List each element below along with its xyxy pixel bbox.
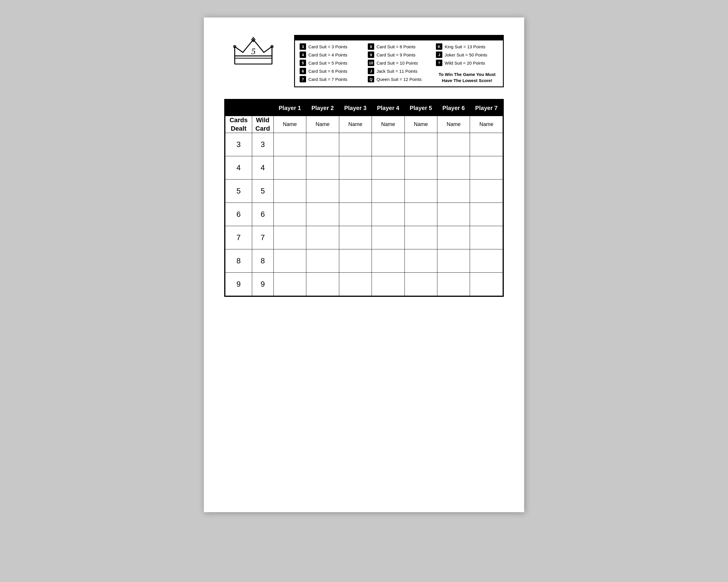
score-p2 — [306, 273, 339, 296]
score-p1 — [274, 156, 306, 179]
score-p5 — [405, 273, 437, 296]
cards-dealt-value: 3 — [225, 133, 252, 156]
score-p2 — [306, 203, 339, 226]
score-p3 — [339, 179, 371, 203]
table-row: 8 8 — [225, 249, 503, 273]
name-p1: Name — [274, 116, 306, 133]
score-p7 — [470, 179, 503, 203]
score-col-1: 3 Card Suit = 3 Points 4 Card Suit = 4 P… — [300, 44, 362, 84]
table-row: 3 3 — [225, 133, 503, 156]
score-item: J Joker Suit = 50 Points — [436, 52, 498, 58]
score-text: Card Suit = 10 Points — [376, 60, 418, 65]
header-player6: Player 6 — [437, 100, 470, 116]
score-p4 — [372, 203, 405, 226]
score-col-3: K King Suit = 13 Points J Joker Suit = 5… — [436, 44, 498, 84]
score-p7 — [470, 226, 503, 249]
score-text: Queen Suit = 12 Points — [376, 77, 422, 82]
score-p1 — [274, 273, 306, 296]
score-p4 — [372, 179, 405, 203]
score-p7 — [470, 273, 503, 296]
score-p3 — [339, 203, 371, 226]
score-item: 3 Card Suit = 3 Points — [300, 44, 362, 50]
header-section: 5 3 Card Suit = 3 Points 4 Card Suit = 4… — [224, 35, 504, 87]
score-p6 — [437, 273, 470, 296]
score-item: 6 Card Suit = 6 Points — [300, 68, 362, 74]
score-table: Player 1 Player 2 Player 3 Player 4 Play… — [225, 100, 503, 296]
score-text: Jack Suit = 11 Points — [376, 69, 418, 74]
svg-text:5: 5 — [251, 46, 255, 56]
win-text: To Win The Game You Must Have The Lowest… — [436, 70, 498, 84]
score-text: Joker Suit = 50 Points — [445, 52, 487, 57]
score-table-wrapper: Player 1 Player 2 Player 3 Player 4 Play… — [224, 99, 504, 297]
score-p4 — [372, 249, 405, 273]
wild-card-value: 6 — [252, 203, 274, 226]
score-text: Card Suit = 3 Points — [308, 44, 347, 49]
card-badge: 6 — [300, 68, 306, 74]
name-row: CardsDealt WildCard Name Name Name Name … — [225, 116, 503, 133]
cards-dealt-label: CardsDealt — [225, 116, 252, 133]
card-badge: J — [368, 68, 374, 74]
header-player1: Player 1 — [274, 100, 306, 116]
wild-card-value: 8 — [252, 249, 274, 273]
card-badge: 3 — [300, 44, 306, 50]
score-item: K King Suit = 13 Points — [436, 44, 498, 50]
table-row: 7 7 — [225, 226, 503, 249]
score-p2 — [306, 179, 339, 203]
cards-dealt-value: 9 — [225, 273, 252, 296]
score-p6 — [437, 156, 470, 179]
score-text: Card Suit = 5 Points — [308, 60, 347, 65]
score-text: Card Suit = 7 Points — [308, 77, 347, 82]
card-badge: 10 — [368, 60, 374, 66]
card-badge: 5 — [300, 60, 306, 66]
score-item: 5 Card Suit = 5 Points — [300, 60, 362, 66]
card-badge: Q — [368, 76, 374, 82]
score-item: 7 Card Suit = 7 Points — [300, 76, 362, 82]
wild-card-value: 4 — [252, 156, 274, 179]
score-guide: 3 Card Suit = 3 Points 4 Card Suit = 4 P… — [294, 35, 504, 87]
card-badge: K — [436, 44, 442, 50]
wild-card-value: 7 — [252, 226, 274, 249]
cards-dealt-value: 6 — [225, 203, 252, 226]
score-p7 — [470, 249, 503, 273]
score-p5 — [405, 203, 437, 226]
score-item: J Jack Suit = 11 Points — [368, 68, 430, 74]
card-badge: 4 — [300, 52, 306, 58]
score-p7 — [470, 156, 503, 179]
table-row: 9 9 — [225, 273, 503, 296]
wild-card-value: 5 — [252, 179, 274, 203]
header-player3: Player 3 — [339, 100, 371, 116]
card-badge: J — [436, 52, 442, 58]
score-item: 4 Card Suit = 4 Points — [300, 52, 362, 58]
score-text: Card Suit = 9 Points — [376, 52, 416, 57]
score-text: Card Suit = 4 Points — [308, 52, 347, 57]
score-p3 — [339, 273, 371, 296]
header-player5: Player 5 — [405, 100, 437, 116]
score-p5 — [405, 156, 437, 179]
score-guide-title — [295, 36, 503, 40]
score-p5 — [405, 133, 437, 156]
name-p7: Name — [470, 116, 503, 133]
score-p6 — [437, 203, 470, 226]
rounds-body: 3 3 4 4 5 5 — [225, 133, 503, 296]
score-p3 — [339, 156, 371, 179]
score-text: Card Suit = 8 Points — [376, 44, 416, 49]
name-p2: Name — [306, 116, 339, 133]
score-item: 8 Card Suit = 8 Points — [368, 44, 430, 50]
header-player4: Player 4 — [372, 100, 405, 116]
name-p4: Name — [372, 116, 405, 133]
score-p1 — [274, 133, 306, 156]
score-p6 — [437, 249, 470, 273]
wild-card-value: 9 — [252, 273, 274, 296]
score-p6 — [437, 226, 470, 249]
card-badge: 7 — [300, 76, 306, 82]
wild-card-value: 3 — [252, 133, 274, 156]
card-badge: 8 — [368, 44, 374, 50]
score-p4 — [372, 133, 405, 156]
score-p7 — [470, 133, 503, 156]
card-badge: ? — [436, 60, 442, 66]
header-empty — [225, 100, 274, 116]
svg-rect-0 — [235, 56, 272, 64]
cards-dealt-value: 7 — [225, 226, 252, 249]
score-col-2: 8 Card Suit = 8 Points 9 Card Suit = 9 P… — [368, 44, 430, 84]
score-p2 — [306, 156, 339, 179]
